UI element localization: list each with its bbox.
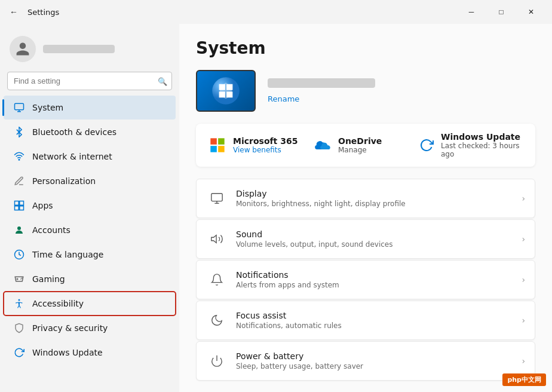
watermark: php中文网	[502, 373, 546, 386]
winupdate-icon	[418, 136, 435, 155]
system-image	[196, 70, 256, 112]
setting-title-power: Power & battery	[236, 351, 522, 361]
setting-title-sound: Sound	[236, 229, 522, 239]
back-button[interactable]: ←	[7, 5, 20, 19]
device-name	[268, 78, 375, 88]
gaming-icon	[13, 273, 25, 285]
chevron-icon-sound: ›	[522, 234, 525, 244]
title-bar-left: ← Settings	[7, 5, 59, 19]
sidebar-item-personalization[interactable]: Personalization	[4, 169, 176, 193]
chevron-icon-focus: ›	[522, 316, 525, 325]
minimize-button[interactable]: ─	[458, 2, 485, 22]
quick-link-winupdate[interactable]: Windows Update Last checked: 3 hours ago	[418, 132, 523, 158]
svg-rect-14	[210, 146, 217, 152]
onedrive-icon	[313, 136, 332, 155]
svg-point-8	[17, 226, 21, 230]
sidebar-item-accounts[interactable]: Accounts	[4, 218, 176, 242]
svg-rect-6	[15, 206, 19, 210]
sidebar-item-label-time: Time & language	[32, 250, 103, 259]
ql-title-m365: Microsoft 365	[233, 136, 298, 146]
sidebar-item-label-bluetooth: Bluetooth & devices	[32, 127, 116, 137]
svg-rect-4	[15, 201, 19, 206]
quick-link-m365[interactable]: Microsoft 365 View benefits	[208, 132, 313, 158]
accessibility-icon	[13, 298, 25, 310]
setting-sub-sound: Volume levels, output, input, sound devi…	[236, 240, 522, 249]
setting-item-display[interactable]: Display Monitors, brightness, night ligh…	[196, 179, 535, 218]
setting-sub-display: Monitors, brightness, night light, displ…	[236, 200, 522, 208]
page-title: System	[196, 38, 535, 58]
user-profile[interactable]	[0, 29, 179, 72]
svg-rect-16	[211, 194, 222, 201]
network-icon	[13, 151, 25, 163]
sidebar-item-network[interactable]: Network & internet	[4, 145, 176, 169]
sidebar-item-accessibility[interactable]: Accessibility	[4, 292, 176, 316]
system-header: Rename	[196, 70, 535, 112]
avatar	[10, 36, 36, 62]
setting-item-focus[interactable]: Focus assist Notifications, automatic ru…	[196, 301, 535, 340]
svg-marker-19	[211, 235, 216, 243]
sidebar-item-label-gaming: Gaming	[32, 274, 65, 284]
sidebar-item-time[interactable]: Time & language	[4, 243, 176, 267]
notifications-setting-icon	[206, 269, 228, 290]
chevron-icon-notifications: ›	[522, 275, 525, 284]
sidebar: 🔍 System Bluetooth & devices Network & i…	[0, 24, 179, 392]
system-info: Rename	[268, 78, 535, 104]
sidebar-item-label-apps: Apps	[32, 201, 53, 210]
setting-title-display: Display	[236, 189, 522, 198]
m365-icon	[208, 136, 227, 155]
svg-point-10	[19, 299, 20, 301]
maximize-button[interactable]: □	[487, 2, 515, 22]
setting-title-focus: Focus assist	[236, 311, 522, 320]
quick-links: Microsoft 365 View benefits OneDrive Man…	[196, 124, 535, 167]
svg-rect-15	[218, 146, 225, 152]
sidebar-item-bluetooth[interactable]: Bluetooth & devices	[4, 120, 176, 144]
sidebar-item-label-accounts: Accounts	[32, 225, 70, 235]
ql-sub-m365[interactable]: View benefits	[233, 146, 298, 154]
personalization-icon	[13, 175, 25, 187]
power-setting-icon	[206, 350, 228, 372]
search-box: 🔍	[7, 72, 172, 90]
apps-icon	[13, 200, 25, 212]
svg-rect-0	[15, 103, 24, 110]
accounts-icon	[13, 224, 25, 236]
svg-rect-7	[20, 206, 24, 210]
sidebar-item-update[interactable]: Windows Update	[4, 341, 176, 365]
search-icon: 🔍	[158, 76, 167, 85]
svg-point-3	[19, 160, 20, 161]
setting-item-sound[interactable]: Sound Volume levels, output, input, soun…	[196, 219, 535, 259]
user-name	[43, 45, 115, 53]
setting-title-notifications: Notifications	[236, 270, 522, 280]
bluetooth-icon	[13, 126, 25, 138]
sidebar-item-privacy[interactable]: Privacy & security	[4, 316, 176, 340]
setting-sub-focus: Notifications, automatic rules	[236, 321, 522, 330]
quick-link-onedrive[interactable]: OneDrive Manage	[313, 132, 418, 158]
chevron-icon-display: ›	[522, 194, 525, 203]
main-layout: 🔍 System Bluetooth & devices Network & i…	[0, 24, 552, 392]
sidebar-item-label-privacy: Privacy & security	[32, 323, 108, 333]
sidebar-item-gaming[interactable]: Gaming	[4, 267, 176, 291]
sidebar-item-label-personalization: Personalization	[32, 176, 96, 186]
sidebar-item-label-accessibility: Accessibility	[32, 299, 84, 308]
rename-link[interactable]: Rename	[268, 94, 299, 103]
title-bar: ← Settings ─ □ ✕	[0, 0, 552, 24]
sound-setting-icon	[206, 228, 228, 250]
window-controls: ─ □ ✕	[458, 2, 545, 22]
search-input[interactable]	[7, 72, 172, 90]
setting-item-power[interactable]: Power & battery Sleep, battery usage, ba…	[196, 341, 535, 381]
system-icon	[13, 102, 25, 114]
sidebar-item-system[interactable]: System	[4, 96, 176, 120]
ql-sub-winupdate[interactable]: Last checked: 3 hours ago	[441, 142, 523, 158]
privacy-icon	[13, 322, 25, 334]
sidebar-item-apps[interactable]: Apps	[4, 194, 176, 218]
sidebar-nav: System Bluetooth & devices Network & int…	[0, 95, 179, 387]
svg-rect-12	[210, 138, 217, 145]
content-area: System	[179, 24, 552, 392]
close-button[interactable]: ✕	[517, 2, 545, 22]
ql-sub-onedrive[interactable]: Manage	[338, 146, 382, 154]
ql-title-onedrive: OneDrive	[338, 136, 382, 146]
sidebar-item-label-network: Network & internet	[32, 152, 112, 161]
settings-list: Display Monitors, brightness, night ligh…	[196, 179, 535, 381]
chevron-icon-power: ›	[522, 356, 525, 366]
setting-item-notifications[interactable]: Notifications Alerts from apps and syste…	[196, 260, 535, 299]
time-icon	[13, 249, 25, 261]
